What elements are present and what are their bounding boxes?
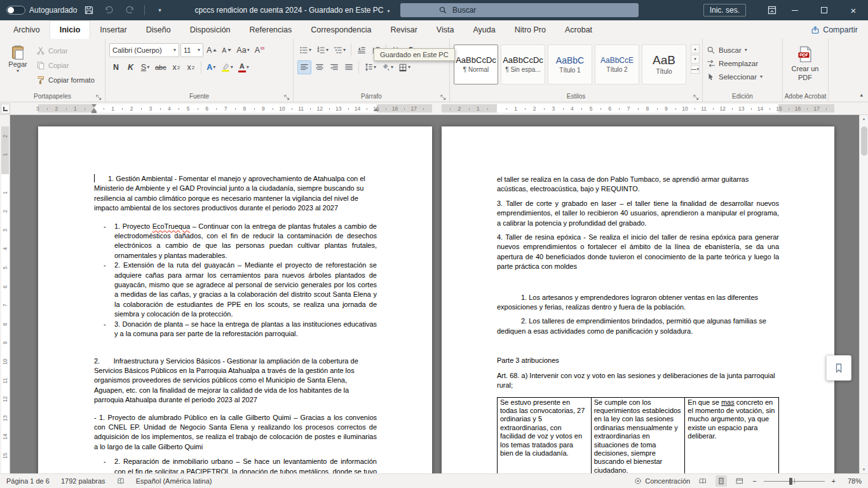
tab-dise-o[interactable]: Diseño — [137, 20, 180, 39]
paragraph[interactable]: 1. Los artesanos y emprendedores lograro… — [497, 293, 779, 313]
borders-button[interactable]: ▾ — [397, 60, 412, 74]
tab-nitro-pro[interactable]: Nitro Pro — [505, 20, 555, 39]
replace-button[interactable]: Reemplazar — [707, 57, 779, 70]
first-line-indent-marker[interactable] — [92, 104, 97, 107]
vertical-scrollbar[interactable]: ▴ ▾ — [859, 115, 868, 473]
bold-button[interactable]: N — [109, 60, 123, 74]
proofing-status[interactable] — [117, 477, 125, 485]
table-cell[interactable]: Se estuvo presente en todas las convocat… — [498, 397, 592, 473]
style-card-t-tulo[interactable]: AaBTítulo — [642, 44, 686, 85]
tab-vista[interactable]: Vista — [427, 20, 464, 39]
share-button[interactable]: Compartir — [811, 20, 858, 39]
tab-inicio[interactable]: Inicio — [50, 20, 91, 39]
find-button[interactable]: Buscar▾ — [707, 43, 779, 57]
grow-font-button[interactable]: A — [205, 43, 219, 57]
change-case-button[interactable]: Aa▾ — [234, 43, 251, 57]
page-indicator[interactable]: Página 1 de 6 — [6, 477, 50, 485]
align-center-button[interactable] — [313, 60, 326, 74]
styles-dialog-launcher[interactable] — [693, 92, 700, 99]
sign-in-button[interactable]: Inic. ses. — [703, 4, 746, 17]
tab-archivo[interactable]: Archivo — [4, 20, 50, 39]
tab-acrobat[interactable]: Acrobat — [555, 20, 602, 39]
zoom-out-button[interactable]: − — [752, 477, 756, 485]
style-card-t-tulo-1[interactable]: AaBbCTítulo 1 — [548, 44, 592, 85]
clear-formatting-button[interactable]: A — [253, 43, 266, 57]
zoom-percentage[interactable]: 78% — [843, 477, 862, 485]
collapse-ribbon-button[interactable]: ▴ — [860, 92, 863, 98]
table-cell[interactable]: En que se mas concreto en el momento de … — [685, 397, 779, 473]
style-card--sin-espa-[interactable]: AaBbCcDc¶ Sin espa... — [501, 44, 545, 85]
font-dialog-launcher[interactable] — [283, 92, 290, 99]
paragraph[interactable]: 2. Infraestructura y Servicios Básicos -… — [94, 356, 377, 405]
tab-revisar[interactable]: Revisar — [381, 20, 426, 39]
underline-button[interactable]: S▾ — [139, 60, 152, 74]
styles-more-button[interactable]: ▾ — [691, 65, 700, 74]
search-box[interactable]: Buscar — [400, 3, 639, 17]
styles-scroll-up-button[interactable]: ▴ — [691, 44, 700, 53]
close-button[interactable]: × — [839, 0, 868, 20]
table-cell[interactable]: Se cumple con los requerimientos estable… — [591, 397, 685, 473]
scroll-up-arrow[interactable]: ▴ — [860, 116, 868, 121]
font-family-combo[interactable]: Calibri (Cuerpo)▾ — [109, 43, 179, 57]
autosave-control[interactable]: Autoguardado — [6, 6, 77, 15]
clipboard-dialog-launcher[interactable] — [95, 92, 102, 99]
text-effects-button[interactable]: A▾ — [205, 60, 218, 74]
font-size-combo[interactable]: 11▾ — [180, 43, 203, 57]
copy-button[interactable]: Copiar — [34, 58, 97, 72]
zoom-slider[interactable] — [764, 477, 825, 485]
superscript-button[interactable]: x2 — [184, 60, 198, 74]
bullets-button[interactable]: ▾ — [297, 43, 313, 57]
paragraph[interactable]: 1. Gestión Ambiental - Fomentar el manej… — [94, 174, 377, 214]
styles-scroll-down-button[interactable]: ▾ — [691, 55, 700, 64]
style-card-t-tulo-2[interactable]: AaBbCcETítulo 2 — [595, 44, 639, 85]
shrink-font-button[interactable]: A — [220, 43, 233, 57]
vertical-ruler[interactable]: 12123456789101112131415 — [0, 115, 10, 473]
shading-button[interactable]: ▾ — [379, 60, 395, 74]
paste-button[interactable]: Pegar ▾ — [4, 43, 32, 87]
maximize-button[interactable] — [810, 0, 839, 20]
document-page-2[interactable]: el taller se realiza en la casa de don P… — [442, 126, 834, 473]
horizontal-ruler[interactable]: 1231234567891011121314151617121234567891… — [0, 102, 868, 115]
tab-insertar[interactable]: Insertar — [90, 20, 136, 39]
tab-correspondencia[interactable]: Correspondencia — [301, 20, 381, 39]
format-painter-button[interactable]: Copiar formato — [34, 73, 97, 87]
tab-referencias[interactable]: Referencias — [240, 20, 302, 39]
print-layout-button[interactable] — [715, 475, 727, 487]
document-title[interactable]: cpccs rendicion de cuenta 2024 - Guardad… — [184, 0, 400, 20]
paragraph[interactable]: -1. Proyecto EcoTruequa – Continuar con … — [114, 222, 377, 261]
justify-button[interactable] — [342, 60, 355, 74]
subscript-button[interactable]: x2 — [170, 60, 183, 74]
numbering-button[interactable]: ▾ — [315, 43, 330, 57]
paragraph[interactable]: -2. Extensión de la ruta del guayacán – … — [114, 261, 377, 319]
focus-mode-button[interactable]: Concentración — [634, 477, 690, 485]
left-indent-marker[interactable] — [92, 111, 97, 113]
paragraph[interactable]: el taller se realiza en la casa de don P… — [497, 175, 779, 194]
paragraph[interactable]: -3. Donación de planta – se hace la entr… — [114, 320, 377, 339]
paragraph[interactable]: -2. Reparación de inmobiliario urbano – … — [114, 457, 377, 473]
tab-disposici-n[interactable]: Disposición — [180, 20, 240, 39]
paragraph[interactable]: - 1. Proyecto de alumbrado Público en la… — [94, 413, 377, 452]
autosave-toggle[interactable] — [6, 6, 25, 15]
bookmark-button[interactable] — [826, 355, 851, 381]
multilevel-list-button[interactable]: ▾ — [332, 43, 348, 57]
paste-dropdown-icon[interactable]: ▾ — [17, 69, 19, 74]
align-left-button[interactable] — [297, 60, 311, 74]
document-table[interactable]: Se estuvo presente en todas las convocat… — [497, 397, 779, 474]
decrease-indent-button[interactable] — [355, 43, 368, 57]
language-indicator[interactable]: Español (América latina) — [136, 477, 212, 485]
redo-button[interactable] — [121, 2, 138, 18]
customize-quick-access-toolbar-button[interactable]: ▾ — [151, 2, 168, 18]
minimize-button[interactable] — [780, 0, 810, 20]
scrollbar-thumb[interactable] — [861, 126, 867, 156]
strikethrough-button[interactable]: abc — [153, 60, 168, 74]
paragraph[interactable]: Parte 3 atribuciones — [497, 356, 779, 365]
web-layout-button[interactable] — [734, 475, 745, 487]
line-spacing-button[interactable]: ▾ — [362, 60, 378, 74]
zoom-in-button[interactable]: + — [832, 477, 836, 485]
scroll-down-arrow[interactable]: ▾ — [860, 467, 868, 472]
zoom-slider-thumb[interactable] — [789, 478, 792, 485]
align-right-button[interactable] — [327, 60, 341, 74]
cut-button[interactable]: Cortar — [34, 44, 97, 58]
undo-button[interactable] — [101, 2, 118, 18]
document-page-1[interactable]: 1. Gestión Ambiental - Fomentar el manej… — [38, 126, 432, 473]
